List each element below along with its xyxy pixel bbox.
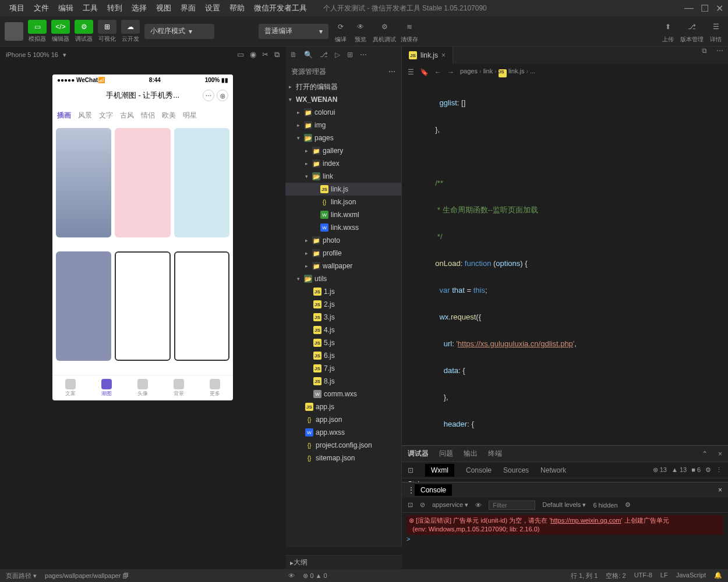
devtools-close-icon[interactable]: × xyxy=(718,450,722,458)
forward-icon[interactable]: → xyxy=(447,68,454,76)
menu-settings[interactable]: 设置 xyxy=(200,3,225,13)
tab-close-icon[interactable]: × xyxy=(441,51,446,59)
console-context[interactable]: appservice ▾ xyxy=(432,501,468,509)
debugger-button[interactable]: ⚙ xyxy=(75,20,93,34)
tab-illustration[interactable]: 插画 xyxy=(57,111,71,120)
editor-button[interactable]: </> xyxy=(51,20,70,34)
file-sitemap[interactable]: {}sitemap.json xyxy=(285,452,401,464)
capsule-close-icon[interactable]: ◎ xyxy=(217,90,228,101)
outline-section[interactable]: ▸ 大纲 xyxy=(285,555,402,569)
file-8js[interactable]: JS8.js xyxy=(285,375,401,388)
breadcrumb[interactable]: pages›link›JS link.js›... xyxy=(460,68,535,77)
nav-wenan[interactable]: 文案 xyxy=(52,375,89,400)
console-prompt[interactable]: > xyxy=(407,535,723,544)
device-selector[interactable]: iPhone 5 100% 16 xyxy=(6,51,58,58)
wallpaper-item[interactable] xyxy=(174,251,229,361)
folder-utils[interactable]: ▾📂utils xyxy=(285,272,401,285)
close-icon[interactable]: ✕ xyxy=(716,3,723,14)
file-1js[interactable]: JS1.js xyxy=(285,285,401,298)
console-hidden[interactable]: 6 hidden xyxy=(593,502,617,509)
error-count-badge[interactable]: ⊗ 13 xyxy=(653,466,667,474)
console-clear-icon[interactable]: ⊘ xyxy=(420,501,425,509)
search-icon[interactable]: 🔍 xyxy=(304,51,313,59)
user-avatar[interactable] xyxy=(5,22,23,41)
maximize-icon[interactable]: ☐ xyxy=(701,3,709,14)
status-line-col[interactable]: 行 1, 列 1 xyxy=(571,572,598,580)
capsule-menu-icon[interactable]: ⋯ xyxy=(203,90,214,101)
console-top-icon[interactable]: ⊡ xyxy=(408,501,413,509)
status-encoding[interactable]: UTF-8 xyxy=(634,572,652,580)
open-editors-section[interactable]: ▸打开的编辑器 xyxy=(285,80,401,93)
menu-interface[interactable]: 界面 xyxy=(176,3,200,13)
status-errors[interactable]: ⊗ 0 ▲ 0 xyxy=(303,572,327,580)
page-path[interactable]: pages/wallpaper/wallpaper 🗐 xyxy=(45,572,129,579)
devtools-collapse-icon[interactable]: ⌃ xyxy=(702,450,708,458)
code-area[interactable]: gglist: [] }, /** * 生命周期函数--监听页面加载 */ on… xyxy=(402,80,728,445)
tab-ancient[interactable]: 古风 xyxy=(120,111,134,120)
wallpaper-item[interactable] xyxy=(115,251,170,361)
folder-photo[interactable]: ▸📁photo xyxy=(285,234,401,247)
minimize-icon[interactable]: — xyxy=(684,3,694,14)
devtools-menu-icon[interactable]: ⋮ xyxy=(716,466,722,474)
file-4js[interactable]: JS4.js xyxy=(285,324,401,336)
file-link-wxss[interactable]: Wlink.wxss xyxy=(285,221,401,234)
subtab-wxml[interactable]: Wxml xyxy=(425,464,454,477)
subtab-network[interactable]: Network xyxy=(540,466,566,474)
menu-file[interactable]: 文件 xyxy=(29,3,54,13)
file-3js[interactable]: JS3.js xyxy=(285,311,401,324)
file-link-js[interactable]: JSlink.js xyxy=(285,183,401,196)
file-app-wxss[interactable]: Wapp.wxss xyxy=(285,426,401,439)
file-app-json[interactable]: {}app.json xyxy=(285,413,401,426)
nav-avatar[interactable]: 头像 xyxy=(125,375,161,400)
git-icon[interactable]: ⎇ xyxy=(320,51,328,59)
compile-icon[interactable]: ⟳ xyxy=(333,19,348,34)
console-tab[interactable]: Console xyxy=(415,484,452,496)
tab-text[interactable]: 文字 xyxy=(99,111,113,120)
sim-phone-icon[interactable]: ▭ xyxy=(237,50,244,59)
split-editor-icon[interactable]: ⧉ xyxy=(697,47,712,64)
console-levels[interactable]: Default levels ▾ xyxy=(542,501,586,509)
file-2js[interactable]: JS2.js xyxy=(285,298,401,311)
menu-wxdevtools[interactable]: 微信开发者工具 xyxy=(249,3,312,13)
subtab-sources[interactable]: Sources xyxy=(503,466,529,474)
console-eye-icon[interactable]: 👁 xyxy=(475,502,482,509)
wallpaper-item[interactable] xyxy=(115,128,170,237)
file-app-js[interactable]: JSapp.js xyxy=(285,400,401,413)
wallpaper-item[interactable] xyxy=(56,128,111,237)
page-path-label[interactable]: 页面路径 ▾ xyxy=(6,572,37,580)
project-root[interactable]: ▾WX_WENAN xyxy=(285,93,401,106)
menu-help[interactable]: 帮助 xyxy=(225,3,249,13)
folder-link[interactable]: ▾📂link xyxy=(285,170,401,183)
files-icon[interactable]: 🗎 xyxy=(290,51,297,59)
sim-rotate-icon[interactable]: ⧉ xyxy=(274,50,280,59)
clear-cache-icon[interactable]: ≋ xyxy=(402,19,417,34)
wallpaper-item[interactable] xyxy=(174,128,229,237)
status-lang[interactable]: JavaScript xyxy=(676,572,706,580)
folder-img[interactable]: ▸📁img xyxy=(285,119,401,132)
file-7js[interactable]: JS7.js xyxy=(285,362,401,375)
cloud-button[interactable]: ☁ xyxy=(121,20,140,34)
extension-icon[interactable]: ⊞ xyxy=(347,51,353,59)
visualize-button[interactable]: ⊞ xyxy=(98,20,116,34)
mode-selector[interactable]: 小程序模式▾ xyxy=(144,24,214,39)
folder-wallpaper[interactable]: ▸📁wallpaper xyxy=(285,260,401,272)
simulator-button[interactable]: ▭ xyxy=(28,20,47,34)
editor-tab-linkjs[interactable]: JSlink.js× xyxy=(402,47,453,64)
menu-tools[interactable]: 工具 xyxy=(78,3,103,13)
file-6js[interactable]: JS6.js xyxy=(285,349,401,362)
file-comm-wxs[interactable]: Wcomm.wxs xyxy=(285,388,401,400)
menu-goto[interactable]: 转到 xyxy=(103,3,127,13)
devtools-settings-icon[interactable]: ⚙ xyxy=(705,466,711,474)
nav-bg[interactable]: 背景 xyxy=(161,375,197,400)
folder-colorui[interactable]: ▸📁colorui xyxy=(285,106,401,119)
file-project-config[interactable]: {}project.config.json xyxy=(285,439,401,452)
editor-more-icon[interactable]: ⋯ xyxy=(712,47,728,64)
menu-select[interactable]: 选择 xyxy=(127,3,151,13)
status-spaces[interactable]: 空格: 2 xyxy=(606,572,625,580)
details-icon[interactable]: ☰ xyxy=(708,19,723,34)
menu-view[interactable]: 视图 xyxy=(151,3,176,13)
sim-record-icon[interactable]: ◉ xyxy=(250,50,256,59)
console-menu-icon[interactable]: ⋮ xyxy=(408,486,415,494)
inspect-icon[interactable]: ⊡ xyxy=(408,466,414,474)
editor-menu-icon[interactable]: ☰ xyxy=(408,68,414,76)
